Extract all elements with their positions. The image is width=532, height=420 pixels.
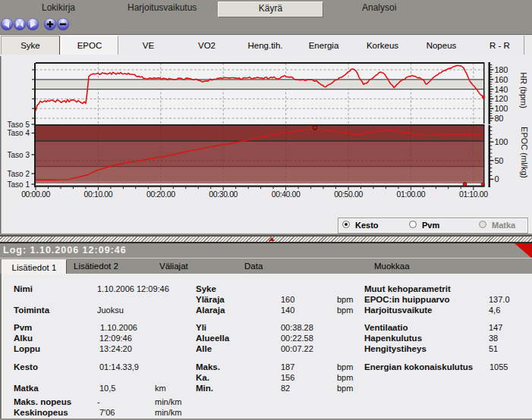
svg-text:50: 50 [495, 156, 504, 165]
svg-text:0: 0 [495, 174, 499, 183]
svg-text:00:20.00: 00:20.00 [146, 190, 175, 199]
svg-text:00:50.00: 00:50.00 [334, 190, 363, 199]
svg-text:Taso 4: Taso 4 [8, 129, 30, 137]
svg-text:01:10.00: 01:10.00 [459, 190, 488, 199]
svg-text:100: 100 [495, 137, 508, 146]
svg-text:Taso 5: Taso 5 [8, 121, 30, 129]
svg-text:HR (bpm): HR (bpm) [519, 72, 528, 108]
svg-text:00:10.00: 00:10.00 [84, 190, 113, 199]
svg-text:Taso 2: Taso 2 [8, 170, 30, 178]
svg-text:00:30.00: 00:30.00 [209, 190, 238, 199]
svg-text:00:00.00: 00:00.00 [21, 190, 50, 199]
svg-text:140: 140 [495, 85, 508, 94]
svg-text:00:40.00: 00:40.00 [272, 190, 301, 199]
svg-text:Taso 3: Taso 3 [8, 151, 30, 159]
svg-text:80: 80 [495, 114, 504, 123]
svg-text:100: 100 [495, 104, 508, 113]
svg-text:120: 120 [495, 94, 508, 103]
svg-text:EPOC (ml/kg): EPOC (ml/kg) [520, 127, 529, 178]
svg-text:180: 180 [495, 65, 508, 74]
svg-text:Taso 1: Taso 1 [8, 180, 30, 189]
svg-text:160: 160 [495, 75, 508, 84]
svg-text:01:00.00: 01:00.00 [397, 190, 426, 199]
